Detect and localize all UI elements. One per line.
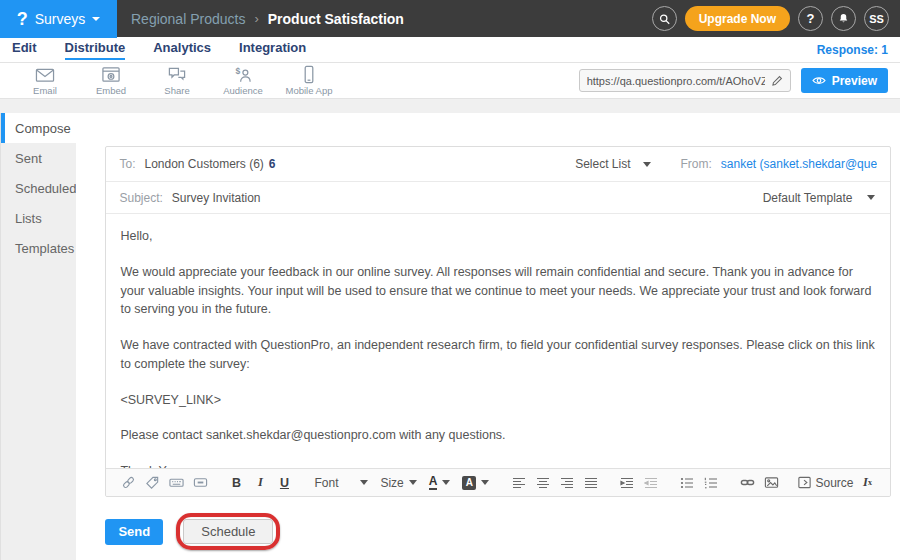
text-color-dropdown[interactable]: A <box>425 475 455 490</box>
font-family-dropdown[interactable]: Font <box>310 476 372 490</box>
channel-email[interactable]: Email <box>12 65 78 96</box>
survey-nav-tabs: Edit Distribute Analytics Integration Re… <box>0 37 900 63</box>
preview-label: Preview <box>832 74 877 88</box>
justify-icon <box>584 476 598 490</box>
channel-share[interactable]: Share <box>144 65 210 96</box>
sidebar-item-compose[interactable]: Compose <box>1 113 76 143</box>
send-button[interactable]: Send <box>105 519 163 545</box>
email-icon <box>34 65 56 84</box>
bulleted-list-button[interactable] <box>677 472 697 494</box>
subject-row: Subject: Survey Invitation Default Templ… <box>106 182 889 214</box>
survey-url-field[interactable]: https://qa.questionpro.com/t/AOhoVZfqml <box>579 69 791 92</box>
sidebar-item-scheduled[interactable]: Scheduled <box>1 173 76 203</box>
chevron-down-icon <box>92 17 100 21</box>
increase-indent-button[interactable] <box>617 472 637 494</box>
source-label: Source <box>815 476 853 490</box>
breadcrumb: Regional Products › Product Satisfaction <box>131 11 404 27</box>
email-body-paragraph: Please contact sanket.shekdar@questionpr… <box>120 426 875 445</box>
chevron-down-icon <box>409 480 417 485</box>
source-code-icon <box>797 475 812 490</box>
content-area: Compose Sent Scheduled Lists Templates T… <box>0 113 900 560</box>
italic-button[interactable]: I <box>250 472 270 494</box>
channel-label: Share <box>164 85 189 96</box>
distribute-channel-toolbar: Email Embed Share $ Audience Mobile App … <box>0 63 900 99</box>
surveys-product-menu[interactable]: ? Surveys <box>0 0 117 38</box>
source-button[interactable]: Source <box>797 472 853 494</box>
insert-link-button[interactable] <box>737 472 757 494</box>
breadcrumb-folder[interactable]: Regional Products <box>131 11 245 27</box>
breadcrumb-survey-name: Product Satisfaction <box>268 11 404 27</box>
channel-label: Mobile App <box>285 85 332 96</box>
email-body-paragraph: Hello, <box>120 227 875 246</box>
text-color-icon: A <box>429 475 438 490</box>
response-count[interactable]: Response: 1 <box>817 43 888 57</box>
help-button[interactable]: ? <box>798 6 823 31</box>
to-row: To: London Customers (6) 6 Select List F… <box>106 147 889 182</box>
underline-button[interactable]: U <box>274 472 294 494</box>
share-icon <box>166 65 188 84</box>
font-size-dropdown[interactable]: Size <box>376 476 420 490</box>
upgrade-now-button[interactable]: Upgrade Now <box>685 6 790 31</box>
numbered-list-button[interactable] <box>701 472 721 494</box>
distribute-sidebar: Compose Sent Scheduled Lists Templates <box>1 113 76 560</box>
sidebar-item-templates[interactable]: Templates <box>1 233 76 263</box>
sidebar-item-lists[interactable]: Lists <box>1 203 76 233</box>
chevron-down-icon <box>442 480 450 485</box>
channel-audience[interactable]: $ Audience <box>210 65 276 96</box>
svg-text:$: $ <box>235 66 240 76</box>
bell-icon <box>838 12 849 25</box>
questionpro-distribute-page: ? Surveys Regional Products › Product Sa… <box>0 0 900 560</box>
select-list-label: Select List <box>575 157 630 171</box>
notifications-button[interactable] <box>831 6 856 31</box>
align-center-button[interactable] <box>533 472 553 494</box>
remove-format-button[interactable]: Ix <box>858 472 878 494</box>
channel-embed[interactable]: Embed <box>78 65 144 96</box>
background-color-dropdown[interactable]: A <box>458 476 493 490</box>
outdent-icon <box>644 476 658 490</box>
email-body-editor[interactable]: Hello, We would appreciate your feedback… <box>106 214 889 468</box>
decrease-indent-button[interactable] <box>641 472 661 494</box>
email-compose-card: To: London Customers (6) 6 Select List F… <box>105 146 890 497</box>
tab-analytics[interactable]: Analytics <box>153 40 211 60</box>
subject-value[interactable]: Survey Invitation <box>172 191 261 205</box>
rich-text-toolbar: B I U Font Size A <box>106 468 889 496</box>
tab-integration[interactable]: Integration <box>239 40 306 60</box>
from-value[interactable]: sanket (sanket.shekdar@ques... <box>721 157 877 171</box>
bold-button[interactable]: B <box>226 472 246 494</box>
email-body-paragraph: We would appreciate your feedback in our… <box>120 263 875 319</box>
channel-label: Audience <box>223 85 263 96</box>
align-center-icon <box>536 476 550 490</box>
insert-survey-link-button[interactable] <box>118 472 138 494</box>
preview-button[interactable]: Preview <box>801 68 888 93</box>
search-button[interactable] <box>652 6 677 31</box>
questionpro-logo-icon: ? <box>17 10 28 28</box>
align-right-button[interactable] <box>557 472 577 494</box>
edit-pencil-icon[interactable] <box>771 75 783 87</box>
template-selected-label: Default Template <box>763 191 853 205</box>
sidebar-item-sent[interactable]: Sent <box>1 143 76 173</box>
insert-image-button[interactable] <box>761 472 781 494</box>
top-header: ? Surveys Regional Products › Product Sa… <box>0 0 900 37</box>
channel-label: Email <box>33 85 57 96</box>
select-list-dropdown[interactable]: Select List <box>575 157 650 171</box>
from-label: From: <box>681 157 712 171</box>
insert-button-button[interactable] <box>190 472 210 494</box>
channel-mobile-app[interactable]: Mobile App <box>276 65 342 96</box>
justify-button[interactable] <box>581 472 601 494</box>
search-icon <box>659 12 670 26</box>
indent-icon <box>620 476 634 490</box>
insert-tag-button[interactable] <box>142 472 162 494</box>
to-value[interactable]: London Customers (6) <box>144 157 263 171</box>
tab-distribute[interactable]: Distribute <box>65 40 126 60</box>
compose-panel: To: London Customers (6) 6 Select List F… <box>76 113 900 560</box>
bulleted-list-icon <box>680 476 694 490</box>
align-left-button[interactable] <box>509 472 529 494</box>
tab-edit[interactable]: Edit <box>12 40 37 60</box>
template-dropdown[interactable]: Default Template <box>763 191 875 205</box>
image-icon <box>764 475 779 490</box>
schedule-button[interactable]: Schedule <box>183 519 273 544</box>
keyboard-button[interactable] <box>166 472 186 494</box>
size-dropdown-label: Size <box>380 476 403 490</box>
user-avatar[interactable]: SS <box>864 6 889 31</box>
channel-label: Embed <box>96 85 126 96</box>
